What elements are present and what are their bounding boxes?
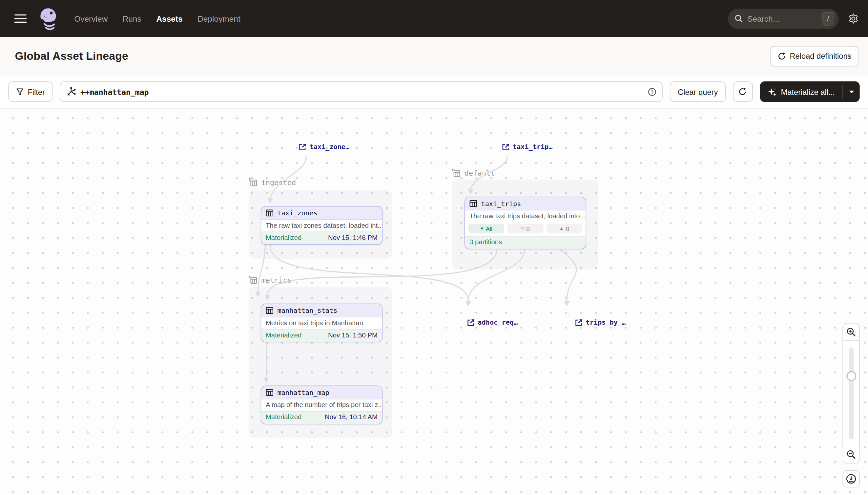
refresh-icon: [739, 88, 747, 96]
group-name: ingested: [262, 178, 296, 186]
search-placeholder: Search...: [747, 14, 822, 23]
primary-nav: Overview Runs Assets Deployment: [74, 14, 241, 23]
asset-node-manhattan-stats[interactable]: manhattan_stats Metrics on taxi trips in…: [261, 304, 383, 342]
zoom-slider-handle[interactable]: [846, 371, 856, 381]
lineage-canvas[interactable]: ingested default metrics: [0, 109, 868, 495]
lineage-toolbar: Filter ++manhattan_map: [0, 75, 868, 109]
triangle-icon: ▲: [559, 226, 564, 231]
reload-definitions-label: Reload definitions: [790, 52, 852, 61]
asset-group-icon: [249, 178, 258, 187]
table-icon: [266, 307, 273, 314]
lineage-edges: [0, 109, 868, 495]
partitions-failed-pill[interactable]: ▲ 0: [546, 224, 582, 233]
asset-description: Metrics on taxi trips in Manhattan: [262, 318, 382, 329]
search-icon: [734, 14, 743, 23]
asset-node-taxi-trips[interactable]: taxi_trips The raw taxi trips dataset, l…: [464, 197, 586, 249]
asset-selection-query-input[interactable]: ++manhattan_map: [60, 81, 663, 102]
chevron-down-icon: [849, 90, 854, 93]
asset-name: manhattan_stats: [277, 307, 337, 314]
nav-item-deployment[interactable]: Deployment: [197, 14, 241, 23]
page-header: Global Asset Lineage Reload definitions: [0, 37, 868, 75]
clear-query-label: Clear query: [678, 87, 718, 96]
group-name: metrics: [262, 276, 291, 284]
nav-right: Search... /: [728, 8, 859, 29]
external-asset-taxi-trips-file[interactable]: taxi_trip…: [502, 143, 553, 151]
refresh-graph-button[interactable]: [733, 81, 753, 102]
external-asset-taxi-zones-file[interactable]: taxi_zone…: [299, 143, 349, 151]
materialize-dropdown-button[interactable]: [843, 81, 860, 102]
asset-description: The raw taxi zones dataset, loaded int..…: [262, 220, 382, 232]
filled-circle-icon: ●: [480, 226, 483, 231]
search-shortcut-badge: /: [822, 12, 834, 25]
materialize-split-button: Materialize all...: [760, 81, 860, 102]
search-input[interactable]: Search... /: [728, 8, 839, 29]
pill-label: 0: [566, 225, 569, 232]
asset-name: taxi_zones: [277, 209, 317, 217]
zoom-in-button[interactable]: [843, 323, 860, 341]
zoom-out-button[interactable]: [843, 446, 860, 463]
reload-definitions-button[interactable]: Reload definitions: [770, 46, 859, 66]
materialized-status: Materialized: [266, 413, 301, 422]
materialized-status: Materialized: [266, 331, 301, 339]
pill-label: 0: [526, 225, 529, 232]
funnel-icon: [16, 88, 24, 96]
filter-label: Filter: [28, 87, 45, 96]
settings-gear-icon[interactable]: [848, 13, 859, 24]
zoom-slider-track[interactable]: [849, 347, 854, 439]
group-label-ingested[interactable]: ingested: [249, 177, 296, 187]
partitions-count[interactable]: 3 partitions: [470, 238, 502, 246]
asset-node-manhattan-map[interactable]: manhattan_map A map of the number of tri…: [261, 386, 383, 424]
partitions-missing-pill[interactable]: ○ 0: [507, 224, 543, 233]
materialized-timestamp[interactable]: Nov 16, 10:14 AM: [325, 413, 377, 422]
group-label-metrics[interactable]: metrics: [249, 275, 291, 285]
group-name: default: [464, 169, 495, 177]
sparkle-icon: [768, 87, 777, 96]
materialized-status: Materialized: [266, 234, 301, 242]
group-label-default[interactable]: default: [452, 168, 495, 177]
materialize-all-label: Materialize all...: [781, 87, 835, 96]
nav-item-runs[interactable]: Runs: [123, 14, 141, 23]
top-nav: Overview Runs Assets Deployment Search..…: [0, 0, 868, 37]
recenter-download-button[interactable]: [843, 471, 860, 488]
lineage-query-icon: [67, 87, 76, 97]
table-icon: [266, 389, 273, 396]
table-icon: [266, 209, 273, 217]
external-asset-adhoc-request[interactable]: adhoc_req…: [467, 319, 518, 326]
external-asset-trips-by-week[interactable]: trips_by_…: [575, 319, 625, 326]
asset-description: The raw taxi trips dataset, loaded into …: [465, 210, 586, 222]
clear-query-button[interactable]: Clear query: [670, 81, 725, 102]
asset-group-icon: [452, 168, 461, 177]
query-text: ++manhattan_map: [81, 87, 644, 96]
zoom-out-icon: [846, 450, 856, 459]
external-link-icon: [502, 143, 510, 150]
materialize-all-button[interactable]: Materialize all...: [760, 81, 843, 102]
page-title: Global Asset Lineage: [15, 50, 128, 62]
menu-icon[interactable]: [14, 14, 26, 23]
dagster-logo-icon[interactable]: [38, 6, 60, 31]
pill-label: All: [485, 225, 492, 232]
external-asset-label: adhoc_req…: [478, 319, 518, 326]
outline-circle-icon: ○: [521, 226, 524, 231]
asset-name: manhattan_map: [277, 389, 329, 396]
materialized-timestamp[interactable]: Nov 15, 1:50 PM: [328, 331, 377, 339]
external-link-icon: [575, 319, 582, 326]
asset-group-icon: [249, 275, 258, 284]
external-asset-label: trips_by_…: [586, 319, 625, 326]
asset-name: taxi_trips: [481, 200, 521, 207]
zoom-in-icon: [846, 327, 856, 337]
dagster-app: Overview Runs Assets Deployment Search..…: [0, 0, 868, 495]
partition-status-row: ● All ○ 0 ▲ 0: [465, 222, 586, 236]
refresh-icon: [777, 52, 786, 60]
partitions-all-pill[interactable]: ● All: [468, 224, 504, 233]
external-link-icon: [299, 143, 306, 150]
nav-item-assets[interactable]: Assets: [156, 14, 182, 23]
zoom-slider: [843, 341, 860, 446]
external-link-icon: [467, 319, 474, 326]
table-icon: [470, 200, 477, 207]
nav-item-overview[interactable]: Overview: [74, 14, 108, 23]
info-icon[interactable]: [648, 87, 657, 96]
asset-node-taxi-zones[interactable]: taxi_zones The raw taxi zones dataset, l…: [261, 206, 383, 245]
materialized-timestamp[interactable]: Nov 15, 1:46 PM: [328, 234, 377, 242]
filter-button[interactable]: Filter: [8, 81, 52, 102]
external-asset-label: taxi_trip…: [513, 143, 553, 151]
